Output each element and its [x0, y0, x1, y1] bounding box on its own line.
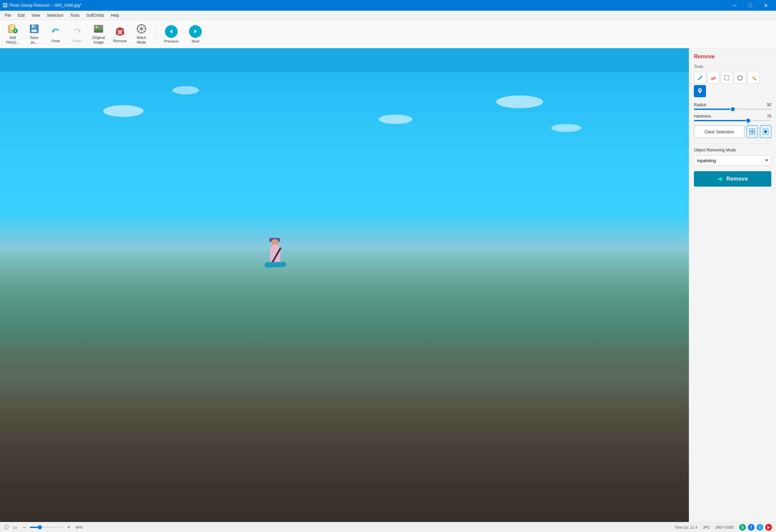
radius-thumb[interactable] — [730, 107, 735, 112]
lasso-tool-button[interactable] — [734, 72, 746, 84]
hardness-fill — [694, 120, 748, 121]
redo-label: Redo — [73, 39, 81, 43]
menu-file[interactable]: File — [1, 12, 14, 19]
pin-tool-button[interactable] — [694, 85, 706, 97]
zoom-slider[interactable] — [30, 527, 63, 528]
svg-rect-42 — [753, 129, 755, 131]
previous-circle-icon — [165, 25, 178, 38]
status-left: ⓘ ▭ – + 44% — [4, 524, 83, 531]
window-title: Photo Stamp Remover – IMG_0486.jpg* — [9, 3, 81, 8]
svg-rect-44 — [753, 132, 755, 134]
svg-rect-46 — [764, 130, 767, 133]
panel-title: Remove — [694, 54, 771, 60]
main-layout: Remove Tools — [0, 48, 776, 522]
svg-line-26 — [143, 26, 145, 27]
undo-button[interactable]: Undo — [46, 22, 66, 46]
selection-invert-button[interactable] — [760, 125, 771, 138]
remove-button[interactable]: ➜ Remove — [694, 171, 771, 187]
tools-row — [694, 72, 771, 97]
add-files-button[interactable]: AddFile(s)... — [3, 22, 23, 46]
hardness-thumb[interactable] — [745, 118, 751, 123]
right-panel: Remove Tools — [689, 48, 776, 522]
hardness-track[interactable] — [694, 120, 771, 121]
beach-scene — [0, 48, 689, 522]
youtube-icon[interactable]: ▶ — [765, 524, 772, 531]
radius-track[interactable] — [694, 109, 771, 110]
dimensions-label: 2667×2000 — [715, 525, 734, 529]
add-files-icon — [7, 23, 19, 34]
original-image-label: OriginalImage — [92, 36, 105, 44]
original-image-button[interactable]: OriginalImage — [88, 22, 109, 46]
save-as-button[interactable]: Saveas... — [24, 22, 44, 46]
svg-rect-43 — [750, 132, 752, 134]
previous-button[interactable]: Previous — [160, 22, 183, 46]
mode-dropdown[interactable]: Inpainting Content Aware Fill — [694, 155, 771, 166]
close-button[interactable]: ✕ — [758, 0, 773, 11]
zoom-controls: – + 44% — [21, 524, 83, 531]
cloud-2 — [172, 86, 199, 94]
remove-icon — [114, 25, 126, 38]
svg-point-35 — [753, 77, 755, 79]
svg-line-27 — [138, 31, 140, 32]
canvas-area[interactable] — [0, 48, 689, 522]
menu-bar: File Edit View Selection Tools SoftOrbit… — [0, 11, 776, 20]
remove-button-label: Remove — [726, 176, 748, 182]
cloud-4 — [496, 95, 543, 108]
rect-icon: ▭ — [13, 525, 17, 530]
undo-icon — [50, 25, 62, 38]
redo-icon — [71, 25, 83, 38]
svg-line-38 — [752, 76, 753, 77]
body — [270, 245, 280, 263]
svg-rect-14 — [94, 30, 103, 32]
social-icons: S f t ▶ — [739, 524, 772, 531]
save-as-label: Saveas... — [30, 36, 38, 44]
eraser-tool-button[interactable] — [707, 72, 719, 84]
add-files-label: AddFile(s)... — [6, 36, 19, 44]
original-image-icon — [93, 23, 105, 34]
menu-tools[interactable]: Tools — [67, 12, 83, 19]
undo-label: Undo — [51, 39, 60, 43]
menu-selection[interactable]: Selection — [44, 12, 67, 19]
window-controls: ─ □ ✕ — [727, 0, 773, 11]
magic-wand-icon — [750, 74, 757, 81]
redo-button[interactable]: Redo — [67, 22, 87, 46]
menu-softorbits[interactable]: SoftOrbits — [83, 12, 107, 19]
svg-point-19 — [140, 27, 143, 30]
cloud-1 — [103, 105, 143, 117]
batch-mode-label: BatchMode — [137, 36, 146, 44]
selection-expand-button[interactable] — [747, 125, 758, 138]
menu-edit[interactable]: Edit — [14, 12, 28, 19]
object-removing-mode-label: Object Removing Mode — [694, 148, 771, 152]
facebook-icon[interactable]: f — [748, 524, 755, 531]
next-circle-icon — [189, 25, 202, 38]
brush-icon — [697, 74, 703, 81]
batch-mode-button[interactable]: BatchMode — [131, 22, 152, 46]
svg-rect-4 — [15, 30, 16, 32]
app-icon: 🖼 — [3, 3, 7, 8]
menu-view[interactable]: View — [28, 12, 44, 19]
next-button[interactable]: Next — [184, 22, 207, 46]
cloud-3 — [379, 115, 412, 124]
clear-selection-button[interactable]: Clear Selection — [694, 125, 744, 138]
time-label: Time (s): 11.4 — [675, 525, 697, 529]
svg-line-24 — [138, 26, 140, 27]
menu-help[interactable]: Help — [108, 12, 123, 19]
twitter-icon[interactable]: t — [757, 524, 763, 531]
remove-toolbar-button[interactable]: Remove — [110, 22, 130, 46]
format-label: JPG — [703, 525, 710, 529]
minimize-button[interactable]: ─ — [727, 0, 742, 11]
svg-point-12 — [96, 26, 98, 28]
radius-fill — [694, 109, 733, 110]
zoom-thumb[interactable] — [38, 525, 42, 529]
maximize-button[interactable]: □ — [742, 0, 758, 11]
zoom-out-button[interactable]: – — [21, 524, 28, 531]
rect-select-tool-button[interactable] — [721, 72, 733, 84]
svg-line-30 — [702, 75, 702, 76]
brush-tool-button[interactable] — [694, 72, 706, 84]
info-icon: ⓘ — [4, 524, 9, 530]
status-bar: ⓘ ▭ – + 44% Time (s): 11.4 JPG 2667×2000… — [0, 522, 776, 532]
zoom-in-button[interactable]: + — [65, 524, 72, 531]
magic-wand-tool-button[interactable] — [748, 72, 760, 84]
softorbits-icon[interactable]: S — [739, 524, 746, 531]
svg-rect-6 — [32, 25, 36, 28]
